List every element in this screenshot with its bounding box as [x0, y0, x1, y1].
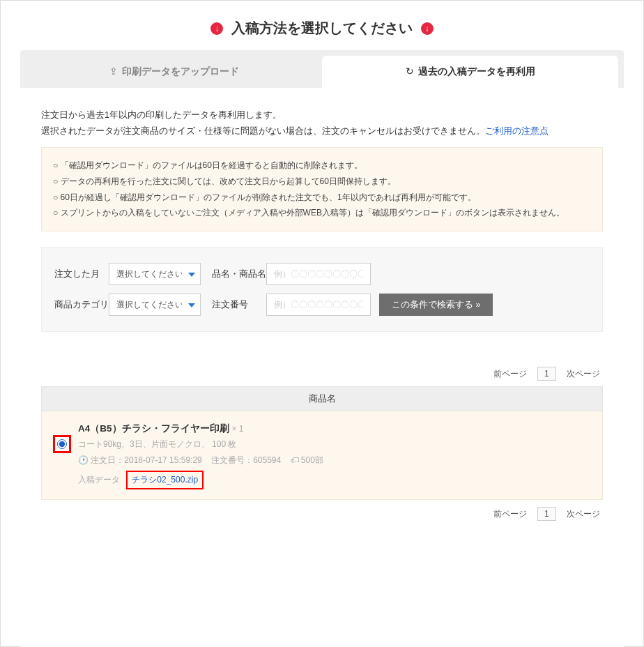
- intro-text: 注文日から過去1年以内の印刷したデータを再利用します。 選択されたデータが注文商…: [41, 107, 603, 139]
- calendar-icon: 🕑: [78, 455, 89, 465]
- category-select[interactable]: 選択してください: [109, 294, 201, 316]
- orderno-label: 注文番号: [212, 299, 266, 311]
- refresh-icon: ↻: [406, 66, 414, 77]
- table-header: 商品名: [41, 386, 603, 411]
- page-number: 1: [537, 367, 556, 381]
- page-title: 入稿方法を選択してください: [231, 19, 413, 38]
- month-select[interactable]: 選択してください: [109, 263, 201, 285]
- note-item: スプリントからの入稿をしていないご注文（メディア入稿や外部WEB入稿等）は「確認…: [53, 205, 591, 221]
- prev-page[interactable]: 前ページ: [493, 369, 527, 379]
- tab-upload[interactable]: ⇪印刷データをアップロード: [26, 56, 322, 88]
- product-name-label: 品名・商品名: [212, 268, 266, 280]
- category-label: 商品カテゴリ: [54, 299, 109, 311]
- product-spec: コート90kg、3日、片面モノクロ、 100 枚: [78, 437, 591, 451]
- file-row: 入稿データ チラシ02_500.zip: [78, 471, 591, 489]
- tab-upload-label: 印刷データをアップロード: [122, 66, 239, 77]
- month-label: 注文した月: [54, 268, 109, 280]
- product-meta: 🕑 注文日：2018-07-17 15:59:29 注文番号：605594 🏷 …: [78, 453, 591, 467]
- page-heading: ↓ 入稿方法を選択してください ↓: [20, 19, 624, 38]
- tag-icon: 🏷: [291, 455, 299, 465]
- notes-box: 「確認用ダウンロード」のファイルは60日を経過すると自動的に削除されます。 デー…: [41, 147, 603, 231]
- upload-icon: ⇪: [109, 66, 118, 77]
- file-link[interactable]: チラシ02_500.zip: [132, 475, 198, 485]
- intro-line2: 選択されたデータが注文商品のサイズ・仕様等に問題がない場合は、注文のキャンセルは…: [41, 123, 603, 139]
- tab-reuse-label: 過去の入稿データを再利用: [418, 66, 535, 77]
- note-item: 60日が経過し「確認用ダウンロード」のファイルが削除された注文でも、1年以内であ…: [53, 190, 591, 206]
- pager-bottom: 前ページ 1 次ページ: [41, 507, 603, 521]
- page-number: 1: [537, 507, 556, 521]
- product-row: A4（B5）チラシ・フライヤー印刷× 1 コート90kg、3日、片面モノクロ、 …: [41, 411, 603, 500]
- file-link-highlight: チラシ02_500.zip: [126, 471, 204, 489]
- pager-top: 前ページ 1 次ページ: [41, 367, 603, 381]
- file-label: 入稿データ: [78, 475, 120, 485]
- search-button[interactable]: この条件で検索する »: [379, 294, 493, 316]
- note-item: 「確認用ダウンロード」のファイルは60日を経過すると自動的に削除されます。: [53, 158, 591, 174]
- usage-notes-link[interactable]: ご利用の注意点: [485, 126, 549, 136]
- orderno-input[interactable]: [266, 294, 371, 316]
- select-radio[interactable]: [57, 439, 67, 449]
- intro-line1: 注文日から過去1年以内の印刷したデータを再利用します。: [41, 107, 603, 123]
- product-name: A4（B5）チラシ・フライヤー印刷× 1: [78, 421, 591, 437]
- next-page[interactable]: 次ページ: [567, 509, 600, 519]
- select-radio-highlight: [53, 435, 71, 453]
- search-form: 注文した月 選択してください 品名・商品名 商品カテゴリ 選択してください 注文…: [41, 247, 603, 332]
- next-page[interactable]: 次ページ: [567, 369, 600, 379]
- arrow-down-icon: ↓: [210, 22, 223, 35]
- tab-reuse[interactable]: ↻過去の入稿データを再利用: [322, 56, 618, 88]
- note-item: データの再利用を行った注文に関しては、改めて注文日から起算して60日間保持します…: [53, 174, 591, 190]
- prev-page[interactable]: 前ページ: [493, 509, 527, 519]
- submission-tabs: ⇪印刷データをアップロード ↻過去の入稿データを再利用: [26, 56, 618, 88]
- arrow-down-icon: ↓: [421, 22, 434, 35]
- product-name-input[interactable]: [266, 263, 371, 285]
